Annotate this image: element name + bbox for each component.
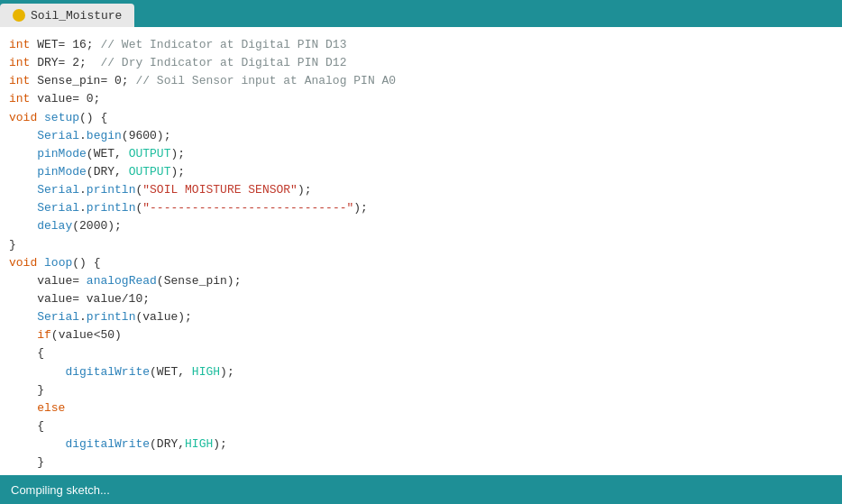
code-line: digitalWrite(WET, HIGH); <box>9 363 833 381</box>
code-line: value= value/10; <box>9 290 833 308</box>
code-line: Serial.println(value); <box>9 308 833 326</box>
code-line: pinMode(DRY, OUTPUT); <box>9 163 833 181</box>
status-text: Compiling sketch... <box>11 483 110 497</box>
tab-label: Soil_Moisture <box>31 9 122 23</box>
tab-soil-moisture[interactable]: Soil_Moisture <box>0 4 134 27</box>
code-line: digitalWrite(DRY,HIGH); <box>9 435 833 454</box>
code-line: if(value<50) <box>9 326 833 344</box>
code-line: int Sense_pin= 0; // Soil Sensor input a… <box>9 72 833 90</box>
code-area: int WET= 16; // Wet Indicator at Digital… <box>0 32 842 475</box>
code-line: { <box>9 344 833 362</box>
code-line: Serial.println("SOIL MOISTURE SENSOR"); <box>9 181 833 199</box>
code-line: int value= 0; <box>9 90 833 108</box>
tab-bar: Soil_Moisture <box>0 0 842 27</box>
code-line: void setup() { <box>9 109 833 127</box>
code-editor: int WET= 16; // Wet Indicator at Digital… <box>0 27 842 475</box>
code-line: } <box>9 381 833 399</box>
code-line: void loop() { <box>9 254 833 272</box>
code-line: else <box>9 399 833 417</box>
code-line: { <box>9 417 833 435</box>
code-line: pinMode(WET, OUTPUT); <box>9 145 833 163</box>
code-line: int DRY= 2; // Dry Indicator at Digital … <box>9 54 833 72</box>
code-line: value= analogRead(Sense_pin); <box>9 272 833 290</box>
tab-icon <box>13 9 25 22</box>
code-line: } <box>9 236 833 254</box>
code-line: } <box>9 454 833 472</box>
code-line: int WET= 16; // Wet Indicator at Digital… <box>9 36 833 54</box>
code-line: Serial.begin(9600); <box>9 127 833 145</box>
code-line: Serial.println("------------------------… <box>9 199 833 217</box>
status-bar: Compiling sketch... <box>0 475 842 504</box>
code-line: delay(2000); <box>9 217 833 235</box>
